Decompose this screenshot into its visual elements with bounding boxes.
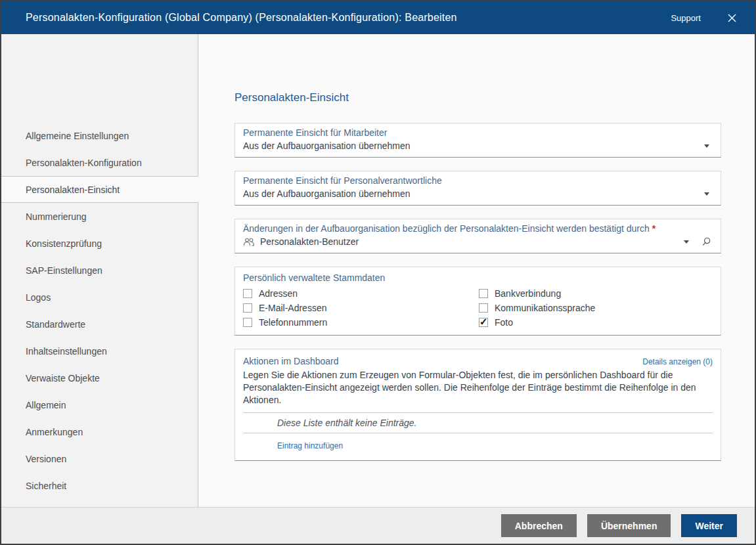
checkbox-box — [243, 289, 252, 298]
checkbox-label: Kommunikationssprache — [495, 303, 595, 313]
sidebar-item-inhaltseinstellungen[interactable]: Inhaltseinstellungen — [1, 338, 198, 364]
checkbox-foto[interactable]: Foto — [479, 315, 595, 330]
checkbox-box — [243, 303, 252, 313]
stammdaten-group: Persönlich verwaltete Stammdaten Adresse… — [234, 267, 721, 336]
stammdaten-group-title: Persönlich verwaltete Stammdaten — [243, 271, 713, 284]
title-bar: Personalakten-Konfiguration (Global Comp… — [1, 1, 755, 34]
dropdown-permanente-einsicht-mitarbeiter[interactable]: Permanente Einsicht für Mitarbeiter Aus … — [234, 123, 721, 158]
empty-list-message: Diese Liste enthält keine Einträge. — [243, 413, 713, 433]
weiter-button[interactable]: Weiter — [681, 514, 737, 537]
chevron-down-icon[interactable] — [704, 192, 709, 196]
dashboard-actions-title: Aktionen im Dashboard — [243, 355, 339, 368]
sidebar-item-personalakten-konfiguration[interactable]: Personalakten-Konfiguration — [1, 149, 198, 176]
field-label-text: Änderungen in der Aufbauorganisation bez… — [243, 223, 650, 234]
users-icon — [243, 237, 255, 247]
close-icon[interactable] — [726, 12, 738, 24]
page-title: Personalakten-Einsicht — [234, 91, 721, 104]
checkbox-box — [243, 318, 252, 327]
dialog-window: Personalakten-Konfiguration (Global Comp… — [0, 0, 756, 545]
field-value: Aus der Aufbauorganisation übernehmen — [243, 187, 411, 201]
sidebar-item-standardwerte[interactable]: Standardwerte — [1, 311, 198, 338]
checkbox-box — [479, 318, 488, 327]
sidebar-item-konsistenzpruefung[interactable]: Konsistenzprüfung — [1, 230, 198, 257]
checkbox-bankverbindung[interactable]: Bankverbindung — [479, 286, 595, 301]
footer-bar: Abbrechen Übernehmen Weiter — [1, 507, 755, 544]
field-label: Permanente Einsicht für Mitarbeiter — [243, 127, 713, 139]
sidebar-item-nummerierung[interactable]: Nummerierung — [1, 203, 198, 230]
sidebar: Allgemeine Einstellungen Personalakten-K… — [1, 34, 198, 507]
checkbox-box — [479, 303, 488, 313]
details-anzeigen-link[interactable]: Details anzeigen (0) — [642, 357, 713, 366]
sidebar-item-verwaiste-objekte[interactable]: Verwaiste Objekte — [1, 364, 198, 391]
field-label: Permanente Einsicht für Personalverantwo… — [243, 175, 713, 187]
dropdown-permanente-einsicht-personalverantwortliche[interactable]: Permanente Einsicht für Personalverantwo… — [234, 171, 721, 206]
abbrechen-button[interactable]: Abbrechen — [501, 514, 577, 537]
field-label: Änderungen in der Aufbauorganisation bez… — [243, 223, 713, 235]
support-link[interactable]: Support — [671, 13, 701, 23]
sidebar-item-logos[interactable]: Logos — [1, 284, 198, 311]
chevron-down-icon[interactable] — [684, 240, 689, 244]
sidebar-item-allgemein[interactable]: Allgemein — [1, 391, 198, 418]
sidebar-item-sicherheit[interactable]: Sicherheit — [1, 472, 198, 499]
content-panel: Personalakten-Einsicht Permanente Einsic… — [198, 34, 755, 507]
required-marker: * — [652, 223, 656, 234]
checkbox-label: Bankverbindung — [495, 288, 561, 299]
checkbox-telefonnummern[interactable]: Telefonnummern — [243, 315, 479, 330]
checkbox-label: E-Mail-Adressen — [259, 303, 326, 313]
checkbox-kommunikationssprache[interactable]: Kommunikationssprache — [479, 301, 595, 315]
field-value: Aus der Aufbauorganisation übernehmen — [243, 139, 411, 153]
checkbox-label: Adressen — [259, 288, 298, 299]
dialog-title: Personalakten-Konfiguration (Global Comp… — [26, 12, 457, 24]
checkbox-label: Foto — [495, 317, 513, 328]
sidebar-item-anmerkungen[interactable]: Anmerkungen — [1, 418, 198, 445]
eintrag-hinzufuegen-link[interactable]: Eintrag hinzufügen — [277, 441, 343, 450]
dashboard-actions-description: Legen Sie die Aktionen zum Erzeugen von … — [243, 369, 704, 406]
chevron-down-icon[interactable] — [704, 144, 709, 148]
checkbox-adressen[interactable]: Adressen — [243, 286, 479, 301]
checkbox-box — [479, 289, 488, 298]
sidebar-item-allgemeine-einstellungen[interactable]: Allgemeine Einstellungen — [1, 122, 198, 149]
sidebar-item-sap-einstellungen[interactable]: SAP-Einstellungen — [1, 257, 198, 284]
uebernehmen-button[interactable]: Übernehmen — [587, 514, 671, 537]
lookup-bestaetigt-durch[interactable]: Änderungen in der Aufbauorganisation bez… — [234, 219, 721, 253]
sidebar-item-versionen[interactable]: Versionen — [1, 445, 198, 472]
sidebar-nav-list: Allgemeine Einstellungen Personalakten-K… — [1, 34, 198, 499]
search-icon[interactable] — [701, 237, 711, 247]
dashboard-actions-section: Aktionen im Dashboard Details anzeigen (… — [234, 349, 721, 461]
sidebar-item-personalakten-einsicht[interactable]: Personalakten-Einsicht — [1, 176, 198, 203]
field-value: Personalakten-Benutzer — [260, 235, 359, 249]
checkbox-label: Telefonnummern — [259, 317, 327, 328]
checkbox-email-adressen[interactable]: E-Mail-Adressen — [243, 301, 479, 315]
